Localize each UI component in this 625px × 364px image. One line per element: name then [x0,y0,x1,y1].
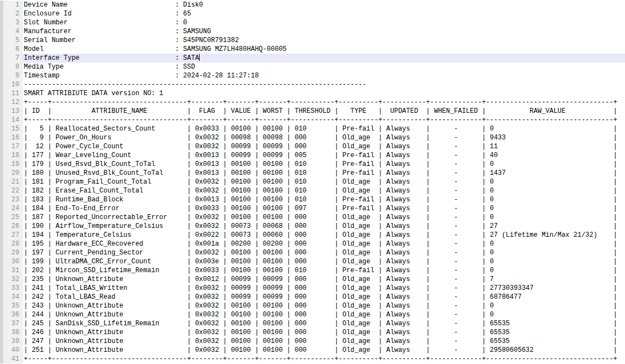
line-number[interactable]: 21 [0,178,23,186]
line-number[interactable]: 18 [0,151,23,160]
line-text: | 199 | UltraDMA_CRC_Error_Count | 0x003… [23,257,625,266]
line-number[interactable]: 19 [0,160,23,169]
editor-line[interactable]: 10--------------------------------------… [0,80,625,89]
line-number[interactable]: 41 [0,355,23,363]
editor-line[interactable]: 28| 195 | Hardware_ECC_Recovered | 0x001… [0,240,625,248]
line-number[interactable]: 20 [0,169,23,178]
editor-line[interactable]: 34| 242 | Total_LBAS_Read | 0x0032 | 000… [0,293,625,301]
line-number[interactable]: 8 [0,63,23,71]
editor-line[interactable]: 13| ID | ATTRIBUTE_NAME | FLAG | VALUE |… [0,107,625,116]
editor-line[interactable]: 24| 184 | End-To-End_Error | 0x0033 | 00… [0,204,625,213]
line-number[interactable]: 3 [0,18,23,27]
line-number[interactable]: 26 [0,222,23,231]
editor-line[interactable]: 37| 245 | SanDisk_SSD_Lifetim_Remain | 0… [0,319,625,328]
editor-line[interactable]: 38| 246 | Unknown_Attribute | 0x0032 | 0… [0,328,625,337]
line-number[interactable]: 33 [0,284,23,293]
line-number[interactable]: 13 [0,107,23,116]
line-text: | 184 | End-To-End_Error | 0x0033 | 0010… [23,204,625,213]
line-number[interactable]: 40 [0,346,23,355]
editor-line[interactable]: 35| 243 | Unknown_Attribute | 0x0032 | 0… [0,301,625,310]
line-number[interactable]: 2 [0,9,23,18]
line-number[interactable]: 6 [0,45,23,54]
line-number[interactable]: 23 [0,195,23,204]
line-number[interactable]: 12 [0,98,23,107]
editor-line[interactable]: 19| 179 | Used_Rsvd_Blk_Count_ToTal | 0x… [0,160,625,169]
line-text: +-----+---------------------------------… [23,98,625,107]
editor-line[interactable]: 16| 9 | Power_On_Hours | 0x0032 | 00098 … [0,133,625,142]
editor-line[interactable]: 15| 5 | Reallocated_Sectors_Count | 0x00… [0,124,625,133]
editor-line[interactable]: 27| 194 | Temperature_Celsius | 0x0022 |… [0,231,625,240]
editor-line[interactable]: 23| 183 | Runtime_Bad_Block | 0x0013 | 0… [0,195,625,204]
line-number[interactable]: 27 [0,231,23,240]
line-number[interactable]: 16 [0,133,23,142]
line-text: | 242 | Total_LBAS_Read | 0x0032 | 00099… [23,293,625,301]
line-number[interactable]: 14 [0,116,23,124]
line-number[interactable]: 11 [0,89,23,98]
line-number[interactable]: 15 [0,124,23,133]
line-number[interactable]: 37 [0,319,23,328]
line-text: | 246 | Unknown_Attribute | 0x0032 | 001… [23,328,625,337]
editor-line[interactable]: 22| 182 | Erase_Fail_Count_Total | 0x003… [0,186,625,195]
editor-line[interactable]: 33| 241 | Total_LBAS_Written | 0x0032 | … [0,284,625,293]
code-viewer: 1Device Name : Disk02Enclosure Id : 653S… [0,0,625,364]
editor-line[interactable]: 25| 187 | Reported_Uncorrectable_Error |… [0,213,625,222]
line-number[interactable]: 17 [0,142,23,151]
line-number[interactable]: 39 [0,337,23,346]
line-text: | 235 | Unknown_Attribute | 0x0012 | 000… [23,275,625,284]
line-text: | 183 | Runtime_Bad_Block | 0x0013 | 001… [23,195,625,204]
editor-line[interactable]: 26| 190 | Airflow_Temperature_Celsius | … [0,222,625,231]
line-number[interactable]: 7 [0,54,23,63]
line-number[interactable]: 4 [0,27,23,36]
editor-line[interactable]: 6Model : SAMSUNG MZ7LH480HAHQ-00005 [0,45,625,54]
editor-line[interactable]: 4Manufacturer : SAMSUNG [0,27,625,36]
line-number[interactable]: 35 [0,301,23,310]
line-number[interactable]: 30 [0,257,23,266]
editor-line[interactable]: 17| 12 | Power_Cycle_Count | 0x0032 | 00… [0,142,625,151]
editor-line[interactable]: 31| 202 | Mircon_SSD_Lifetime_Remain | 0… [0,266,625,275]
line-number[interactable]: 34 [0,293,23,301]
line-number[interactable]: 36 [0,310,23,319]
line-number[interactable]: 31 [0,266,23,275]
line-text: | 187 | Reported_Uncorrectable_Error | 0… [23,213,625,222]
editor-line[interactable]: 8Media Type : SSD [0,63,625,71]
editor-line[interactable]: 29| 197 | Current_Pending_Sector | 0x003… [0,248,625,257]
editor-line[interactable]: 11SMART ATTRIBIUTE DATA version NO: 1 [0,89,625,98]
editor-line[interactable]: 3Slot Number : 0 [0,18,625,27]
editor-line[interactable]: 18| 177 | Wear_Leveling_Count | 0x0013 |… [0,151,625,160]
line-text: Device Name : Disk0 [23,1,625,9]
line-number[interactable]: 9 [0,71,23,80]
line-number[interactable]: 29 [0,248,23,257]
editor-line[interactable]: 14+-----+-------------------------------… [0,116,625,124]
line-number[interactable]: 38 [0,328,23,337]
line-number[interactable]: 1 [0,1,23,9]
editor-line[interactable]: 36| 244 | Unknown_Attribute | 0x0032 | 0… [0,310,625,319]
editor-line[interactable]: 20| 180 | Unused_Rsvd_Blk_Count_ToTal | … [0,169,625,178]
line-number[interactable]: 32 [0,275,23,284]
editor-line[interactable]: 40| 251 | Unknown_Attribute | 0x0032 | 0… [0,346,625,355]
line-text: | 243 | Unknown_Attribute | 0x0032 | 001… [23,301,625,310]
editor-line[interactable]: 12+-----+-------------------------------… [0,98,625,107]
editor-line[interactable]: 1Device Name : Disk0 [0,1,625,9]
editor-line[interactable]: 2Enclosure Id : 65 [0,9,625,18]
line-text: | 195 | Hardware_ECC_Recovered | 0x001a … [23,240,625,248]
line-number[interactable]: 5 [0,36,23,45]
line-number[interactable]: 22 [0,186,23,195]
line-number[interactable]: 24 [0,204,23,213]
editor-line[interactable]: 41+-----+-------------------------------… [0,355,625,363]
line-text: | 244 | Unknown_Attribute | 0x0032 | 001… [23,310,625,319]
line-number[interactable]: 10 [0,80,23,89]
editor-line[interactable]: 9Timestamp : 2024-02-28 11:27:18 [0,71,625,80]
line-text: | 190 | Airflow_Temperature_Celsius | 0x… [23,222,625,231]
line-text: | 251 | Unknown_Attribute | 0x0032 | 001… [23,346,625,355]
editor-line[interactable]: 39| 247 | Unknown_Attribute | 0x0032 | 0… [0,337,625,346]
editor-line[interactable]: 32| 235 | Unknown_Attribute | 0x0012 | 0… [0,275,625,284]
editor-line[interactable]: 30| 199 | UltraDMA_CRC_Error_Count | 0x0… [0,257,625,266]
line-number[interactable]: 28 [0,240,23,248]
line-number[interactable]: 25 [0,213,23,222]
editor-line[interactable]: 5Serial Number : S45PNC0R791382 [0,36,625,45]
editor-line-active[interactable]: 7Interface Type : SATA [0,54,625,63]
line-text: | ID | ATTRIBUTE_NAME | FLAG | VALUE | W… [23,107,625,116]
line-text: +-----+---------------------------------… [23,116,625,124]
line-text: | 247 | Unknown_Attribute | 0x0032 | 001… [23,337,625,346]
editor-line[interactable]: 21| 181 | Program_Fail_Count_Total | 0x0… [0,178,625,186]
